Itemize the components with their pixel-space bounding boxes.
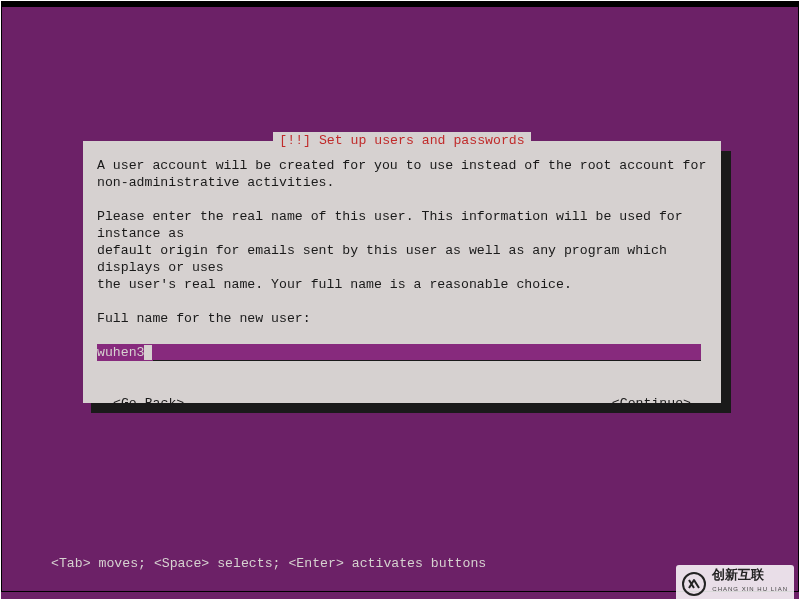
text-cursor: [144, 345, 152, 360]
fullname-input[interactable]: wuhen3: [97, 344, 707, 361]
dialog-body-text: A user account will be created for you t…: [97, 157, 707, 293]
watermark-logo-icon: [682, 572, 706, 596]
top-border: [1, 1, 799, 7]
help-hint: <Tab> moves; <Space> selects; <Enter> ac…: [51, 555, 486, 572]
watermark-brand: 创新互联: [712, 569, 788, 581]
user-setup-dialog: [!!] Set up users and passwords A user a…: [83, 141, 721, 403]
continue-button[interactable]: <Continue>: [612, 395, 691, 412]
watermark-sub: CHANG XIN HU LIAN: [712, 581, 788, 598]
watermark: 创新互联 CHANG XIN HU LIAN: [676, 565, 794, 602]
fullname-prompt: Full name for the new user:: [97, 310, 707, 327]
go-back-button[interactable]: <Go Back>: [113, 395, 184, 412]
svg-point-0: [683, 573, 705, 595]
fullname-input-value: wuhen3: [97, 345, 144, 360]
dialog-title: [!!] Set up users and passwords: [273, 132, 530, 149]
installer-screen: [!!] Set up users and passwords A user a…: [1, 1, 799, 599]
